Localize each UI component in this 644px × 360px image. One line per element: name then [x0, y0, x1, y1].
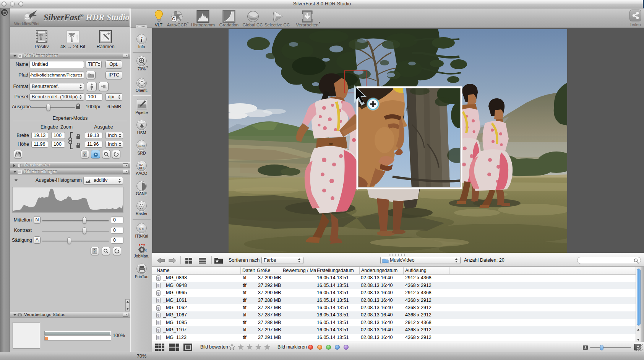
svg-text:C: C	[172, 17, 175, 21]
svg-text:CO: CO	[139, 166, 144, 170]
svg-text:i: i	[141, 36, 143, 43]
svg-text:?: ?	[93, 249, 96, 253]
svg-text:SRD: SRD	[138, 144, 145, 148]
svg-text:IT8: IT8	[139, 227, 144, 231]
svg-text:?: ?	[83, 152, 86, 156]
svg-text:N: N	[141, 81, 143, 83]
